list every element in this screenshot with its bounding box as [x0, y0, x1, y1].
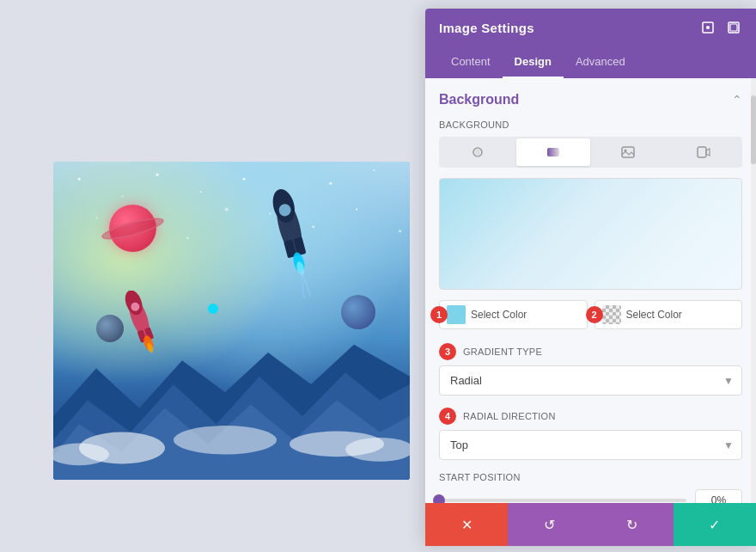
- radial-direction-row: 4 Radial Direction Top Center Bottom ▼: [439, 408, 742, 460]
- image-settings-panel: Image Settings Content Design Advanced: [425, 9, 756, 546]
- svg-point-14: [356, 208, 357, 210]
- tab-design[interactable]: Design: [503, 46, 564, 78]
- start-position-thumb[interactable]: [433, 494, 445, 503]
- planet-pink: [109, 205, 156, 252]
- start-position-slider-container: [439, 489, 742, 503]
- svg-point-15: [399, 230, 401, 232]
- start-position-label: Start Position: [439, 472, 742, 482]
- bg-type-color[interactable]: [441, 138, 515, 166]
- svg-rect-43: [730, 24, 737, 31]
- color-swatch-1: [447, 305, 466, 324]
- bg-type-tabs: [439, 137, 742, 168]
- svg-point-7: [373, 169, 375, 171]
- color-swatch-2: [602, 305, 621, 324]
- radial-direction-select[interactable]: Top Center Bottom: [439, 430, 742, 460]
- svg-point-6: [329, 182, 332, 185]
- scrollbar-thumb[interactable]: [751, 95, 756, 164]
- svg-point-4: [242, 178, 245, 181]
- bg-type-image[interactable]: [592, 138, 666, 166]
- panel-tabs: Content Design Advanced: [425, 46, 756, 78]
- cancel-button[interactable]: ✕: [425, 503, 508, 546]
- tab-advanced[interactable]: Advanced: [564, 46, 637, 78]
- badge-1: 1: [430, 306, 448, 323]
- badge-4: 4: [439, 408, 456, 425]
- gradient-type-select[interactable]: Radial Linear Conic: [439, 365, 742, 396]
- radial-direction-label: Radial Direction: [463, 411, 556, 421]
- svg-point-2: [156, 174, 159, 176]
- radial-direction-select-wrapper: Top Center Bottom ▼: [439, 430, 742, 460]
- save-button[interactable]: ✓: [674, 503, 756, 546]
- panel-header: Image Settings: [425, 9, 756, 46]
- svg-point-41: [706, 26, 710, 29]
- maximize-icon[interactable]: [699, 19, 716, 36]
- minimize-icon[interactable]: [725, 19, 742, 36]
- panel-header-icons: [699, 19, 742, 36]
- svg-point-0: [78, 178, 81, 181]
- section-collapse-icon[interactable]: ⌃: [732, 93, 742, 107]
- panel-body: Background ⌃ Background: [425, 78, 756, 503]
- gradient-preview: [439, 178, 742, 290]
- background-field-label: Background: [439, 120, 742, 130]
- gradient-type-row: 3 Gradient Type Radial Linear Conic ▼: [439, 343, 742, 396]
- start-position-row: Start Position: [439, 472, 742, 503]
- color-stop-1-label: Select Color: [471, 309, 527, 321]
- reset-button[interactable]: ↺: [508, 503, 590, 546]
- tab-content[interactable]: Content: [439, 46, 503, 78]
- color-stop-2[interactable]: 2 Select Color: [594, 300, 743, 329]
- svg-point-1: [122, 195, 124, 197]
- svg-rect-48: [698, 147, 706, 157]
- bg-type-gradient[interactable]: [516, 138, 590, 166]
- gradient-type-label: Gradient Type: [463, 347, 542, 357]
- redo-button[interactable]: ↻: [591, 503, 674, 546]
- section-header-background: Background ⌃: [439, 92, 742, 107]
- start-position-track[interactable]: [439, 499, 686, 502]
- gradient-type-select-wrapper: Radial Linear Conic ▼: [439, 365, 742, 396]
- section-title: Background: [439, 92, 519, 107]
- color-stop-2-label: Select Color: [626, 309, 682, 321]
- panel-title: Image Settings: [439, 21, 534, 35]
- svg-point-36: [174, 426, 277, 454]
- start-position-input[interactable]: [695, 489, 742, 503]
- badge-3: 3: [439, 343, 456, 360]
- svg-rect-45: [547, 148, 559, 156]
- badge-2: 2: [586, 306, 603, 323]
- svg-point-3: [200, 191, 202, 193]
- svg-point-12: [225, 207, 229, 211]
- svg-point-8: [95, 218, 97, 219]
- color-stop-1[interactable]: 1 Select Color: [439, 300, 588, 329]
- bg-type-video[interactable]: [667, 138, 741, 166]
- svg-rect-46: [622, 147, 634, 157]
- scrollbar-track[interactable]: [751, 78, 756, 503]
- space-canvas-image: [53, 162, 410, 480]
- panel-footer: ✕ ↺ ↻ ✓: [425, 503, 756, 546]
- svg-point-13: [186, 237, 188, 239]
